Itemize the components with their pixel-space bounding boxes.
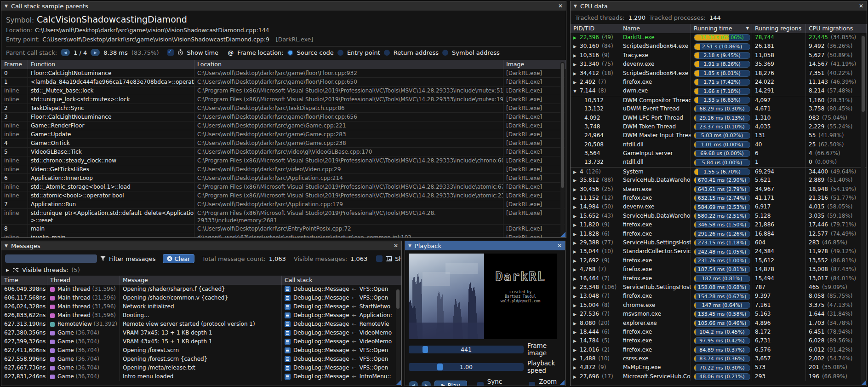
table-row[interactable]: 606,117,568nsMain thread (31,596)Opening… — [1, 294, 401, 302]
expand-icon[interactable]: ▶ — [573, 364, 580, 372]
table-row[interactable]: 0Floor::CalcLightNoLuminanceC:\Users\wol… — [1, 69, 566, 78]
table-row[interactable]: 20,508ntdll.dll1.01 ms (0.00%)4025(62.50… — [571, 140, 867, 149]
column-frame[interactable]: Frame — [1, 60, 28, 69]
callstack-table-header[interactable]: Frame Function Location Image — [1, 60, 566, 69]
cpu-table-header[interactable]: PID/TID Name Running time▼ Running regio… — [571, 24, 867, 33]
table-row[interactable]: ▶11,828(6)firefox.exe291.26 ms (1.26%)16… — [571, 230, 867, 238]
expand-icon[interactable]: ▶ — [573, 292, 580, 300]
table-row[interactable]: 8mainC:\Users\wolf\Desktop\darkrl\src\En… — [1, 225, 566, 233]
table-row[interactable]: inlineinvoke_maind:\agent\_work\63\s\src… — [1, 233, 566, 238]
column-time[interactable]: Time — [1, 276, 47, 285]
messages-scrollbar[interactable] — [396, 289, 400, 384]
expand-icon[interactable]: ▶ — [573, 168, 580, 176]
table-row[interactable]: ▶1,488(10)csrss.exe83.74 ms (0.36%)3,657… — [571, 354, 867, 363]
step-back-button[interactable]: ◀ — [409, 381, 418, 386]
table-row[interactable]: ▶14,984(50)devenv.exe584.69 ms (2.53%)6,… — [571, 202, 867, 211]
expand-icon[interactable]: ▼ — [573, 87, 580, 95]
callstack-cell[interactable]: DebugLog::Message←VFS::Open — [282, 364, 401, 372]
clear-button[interactable]: Clear — [163, 254, 194, 263]
table-row[interactable]: 626,024,328nsMain thread (31,596)Network… — [1, 302, 401, 311]
table-row[interactable]: inlineGame::RenderFloorC:\Users\wolf\Des… — [1, 121, 566, 130]
callstack-cell[interactable]: DebugLog::Message←VideoMemo — [282, 329, 401, 337]
expand-icon[interactable]: ▶ — [573, 185, 580, 194]
sync-timeline-checkbox[interactable] — [477, 382, 484, 386]
table-row[interactable]: 6Application::InnerLoopC:\Users\wolf\Des… — [1, 174, 566, 183]
column-pid[interactable]: PID/TID — [571, 24, 620, 33]
expand-icon[interactable]: ▶ — [573, 346, 580, 354]
step-forward-button[interactable]: ▶ — [422, 381, 431, 386]
filter-input[interactable] — [5, 254, 97, 263]
table-row[interactable]: 627,313,190nsRemoteView (31,392)Remote v… — [1, 320, 401, 329]
messages-titlebar[interactable]: ▼ Messages ✕ — [1, 241, 401, 250]
table-row[interactable]: ▶27,696(17)Microsoft.ServiceHub.Co48.06 … — [571, 372, 867, 381]
column-running-time[interactable]: Running time▼ — [691, 24, 752, 33]
expand-icon[interactable]: ▶ — [573, 34, 580, 42]
table-row[interactable]: ▶12,016(2)firefox.exe84.89 ms (0.37%)6,5… — [571, 346, 867, 354]
play-button[interactable]: ▶ Play — [434, 381, 467, 386]
expand-icon[interactable]: ▶ — [573, 337, 580, 345]
expand-icon[interactable]: ▶ — [573, 78, 580, 87]
table-row[interactable]: ▶12,692(9)firefox.exe231.76 ms (1.00%)15… — [571, 256, 867, 265]
table-row[interactable]: inlinestd::_Mutex_base::lockC:\Program F… — [1, 87, 566, 95]
expand-icon[interactable]: ▶ — [573, 257, 580, 265]
expand-icon[interactable]: ▶ — [573, 355, 580, 363]
table-row[interactable]: 627,558,996nsGame (36,704)Opening /fores… — [1, 355, 401, 364]
collapse-icon[interactable]: ▼ — [574, 4, 577, 8]
expand-icon[interactable]: ▶ — [573, 203, 580, 211]
callstack-cell[interactable]: DebugLog::Message←StartNetwo — [282, 302, 401, 311]
show-time-checkbox[interactable] — [167, 49, 174, 56]
callstack-titlebar[interactable]: ▼ Call stack sample parents ✕ — [1, 1, 566, 11]
table-row[interactable]: ▶4(126)System1.55 s (6.70%)69,29434,400(… — [571, 167, 867, 176]
expand-icon[interactable]: ▶ — [573, 301, 580, 310]
radio-entry-point[interactable] — [337, 50, 343, 56]
table-row[interactable]: ▶30,160(84)ScriptedSandbox64.exe2.51 s (… — [571, 42, 867, 51]
resize-grip[interactable] — [396, 380, 401, 385]
table-row[interactable]: ▶23,348(106)ServiceHub.SettingsHost158.0… — [571, 283, 867, 292]
table-row[interactable]: 626,833,622nsMain thread (31,596)Booting… — [1, 311, 401, 320]
table-row[interactable]: 606,049,398nsMain thread (31,596)Opening… — [1, 285, 401, 294]
expand-icon[interactable]: ▶ — [573, 60, 580, 69]
table-row[interactable]: inlinestd::unique_ptr<Application,std::d… — [1, 209, 566, 225]
table-row[interactable]: ▶35,812(88)ServiceHub.DataWarehou670.41 … — [571, 176, 867, 185]
table-row[interactable]: ▶30,456(25)steam.exe643.61 ms (2.79%)34,… — [571, 185, 867, 194]
callstack-cell[interactable]: DebugLog::Message←VFS::Open — [282, 355, 401, 364]
table-row[interactable]: ▶34,412(18)ScriptedSandbox64.exe1.85 s (… — [571, 69, 867, 78]
table-row[interactable]: 2TaskDispatch::SyncC:\Users\wolf\Desktop… — [1, 104, 566, 113]
table-row[interactable]: 13,732ntdll.dll5.84 us (0.00%)10(0.00%) — [571, 158, 867, 167]
column-function[interactable]: Function — [28, 60, 194, 69]
table-row[interactable]: 627,667,736nsGame (36,704)Opening /meta/… — [1, 364, 401, 372]
table-row[interactable]: ▶14,784(5)firefox.exe97.95 ms (0.42%)6,7… — [571, 336, 867, 345]
callstack-cell[interactable]: DebugLog::Message←IntroMenu:: — [282, 372, 401, 381]
expand-icon[interactable]: ▶ — [573, 275, 580, 283]
resize-grip[interactable] — [560, 380, 565, 385]
callstack-cell[interactable]: DebugLog::Message←RemoteVie — [282, 320, 401, 329]
expand-icon[interactable]: ▶ — [573, 42, 580, 51]
table-row[interactable]: inlinestd::_Atomic_storage<bool,1>::load… — [1, 183, 566, 191]
expand-icon[interactable]: ▶ — [573, 266, 580, 274]
table-row[interactable]: 24,964DWM Master Input Threa5.03 ms (0.0… — [571, 131, 867, 140]
expand-threads-icon[interactable]: ▶ — [6, 268, 9, 272]
table-row[interactable]: 4,092DWM LPC Port Thread29.16 ms (0.13%)… — [571, 114, 867, 122]
table-row[interactable]: ▶4,768(7)firefox.exe187.54 ms (0.81%)14,… — [571, 265, 867, 274]
table-row[interactable]: ▶13,048(7)firefox.exe154.28 ms (0.67%)9,… — [571, 292, 867, 300]
table-row[interactable]: 3,564GameInput server69.68 us (0.00%)64(… — [571, 149, 867, 158]
cpu-titlebar[interactable]: ▼ CPU data ✕ — [571, 1, 867, 11]
expand-icon[interactable]: ▶ — [573, 52, 580, 60]
table-row[interactable]: 3Floor::CalcLightNoLuminanceC:\Users\wol… — [1, 113, 566, 121]
table-row[interactable]: ▶18,444(6)firefox.exe104.2 ms (0.45%)8,1… — [571, 328, 867, 336]
show-frame-checkbox[interactable] — [376, 255, 383, 262]
expand-icon[interactable]: ▶ — [573, 319, 580, 328]
table-row[interactable]: ▶31,340(75)devenv.exe1.91 s (8.26%)35,36… — [571, 60, 867, 69]
table-row[interactable]: ▶16,464(7)firefox.exe187 ms (0.81%)15,49… — [571, 274, 867, 283]
table-row[interactable]: ▶8,080(20)explorer.exe105.66 ms (0.46%)4… — [571, 319, 867, 328]
radio-symbol-address[interactable] — [442, 50, 448, 56]
table-row[interactable]: ▶4,872(9)MsMpEng.exe70.22 ms (0.30%)5732… — [571, 363, 867, 372]
expand-icon[interactable]: ▶ — [573, 176, 580, 185]
zoom-2x-checkbox[interactable] — [529, 382, 535, 386]
expand-icon[interactable]: ▶ — [573, 310, 580, 318]
expand-icon[interactable]: ▶ — [573, 248, 580, 256]
collapse-icon[interactable]: ▼ — [408, 243, 411, 248]
callstack-cell[interactable]: DebugLog::Message←Application: — [282, 311, 401, 320]
table-row[interactable]: 7Application::RunC:\Users\wolf\Desktop\d… — [1, 200, 566, 209]
expand-icon[interactable]: ▶ — [573, 283, 580, 292]
